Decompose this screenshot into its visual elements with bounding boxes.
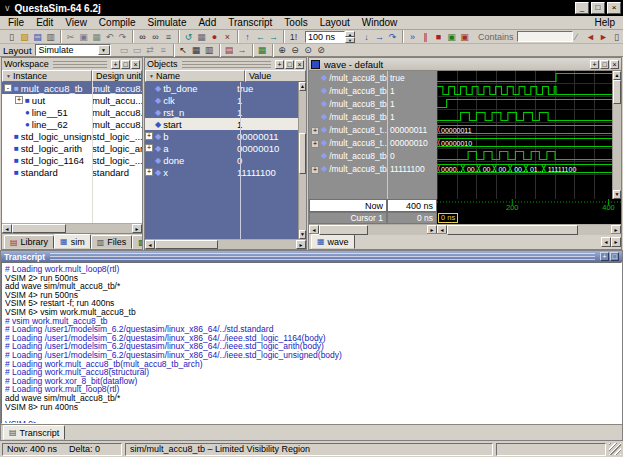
scroll-track[interactable] [12,224,132,233]
tree-expander-icon[interactable]: - [4,84,12,92]
zoom-range-icon[interactable]: ⊘ [315,44,328,56]
next-mismatch-icon[interactable]: ► [597,31,610,43]
wave-signal-name[interactable]: ◆/mult_accu8_tb... [309,149,387,162]
scroll-track[interactable] [319,225,427,235]
run-icon[interactable]: ↓ [360,31,373,43]
expand-panel-icon[interactable]: + [275,60,284,69]
break-icon[interactable]: ● [208,31,221,43]
find-in-files-icon[interactable]: ∞ [149,31,162,43]
objects-row[interactable]: ◆done0 [145,154,298,166]
wave-signal-names[interactable]: ◆/mult_accu8_tb...◆/mult_accu8_tb...◆/mu… [309,71,387,199]
menu-transcript[interactable]: Transcript [222,17,278,28]
wave-signal-name[interactable]: +◆/mult_accu8_t... [309,136,387,149]
scroll-thumb[interactable] [319,225,368,235]
close-panel-icon[interactable]: × [295,60,304,69]
run-length-input[interactable]: 100 ns [305,31,345,43]
undock-wave-icon[interactable]: ▭ [118,44,131,56]
objects-hscrollbar[interactable] [145,239,306,249]
swap-panes-icon[interactable]: ≡ [157,44,170,56]
close-button[interactable]: × [607,2,621,14]
back-icon[interactable]: ← [254,31,267,43]
undock-panel-icon[interactable]: □ [610,252,619,261]
scroll-up-icon[interactable] [299,82,306,91]
scroll-up-icon[interactable] [613,71,621,80]
restart-icon[interactable]: ↺ [182,31,195,43]
goto-active-icon[interactable]: → [236,44,249,56]
scroll-thumb[interactable] [447,225,578,235]
tab-library[interactable]: ▤Library [4,235,54,249]
tree-expander-icon[interactable]: + [145,144,153,152]
instance-tree[interactable]: -■mult_accu8_tbmult_accu8...+■uutmult_ac… [2,82,142,223]
tree-expander-icon[interactable]: + [311,164,321,174]
undock-panel-icon[interactable]: □ [600,60,609,69]
scroll-thumb[interactable] [155,240,218,249]
column-instance[interactable]: Instance [2,70,92,82]
panel-grip[interactable] [50,253,595,260]
stop-sim-icon[interactable]: × [221,31,234,43]
workspace-hscrollbar[interactable] [2,223,142,233]
scroll-right-icon[interactable] [132,224,142,233]
redo-icon[interactable]: ↷ [116,31,129,43]
wave-signal-name[interactable]: ◆/mult_accu8_tb... [309,97,387,110]
new-file-icon[interactable]: ▯ [5,31,18,43]
contains-input[interactable] [517,31,573,42]
workspace-row[interactable]: ■std_logic_unsignedstd_logic_... [2,130,142,142]
objects-list[interactable]: ◆tb_donetrue◆clk1◆rst_n1◆start1+◆b000000… [145,82,298,239]
panel-grip[interactable] [53,61,107,68]
menu-tools[interactable]: Tools [278,17,313,28]
tree-expander-icon[interactable]: + [145,168,153,176]
layout-select[interactable]: Simulate [35,44,111,56]
window-menu-icon[interactable] [4,3,11,13]
workspace-header[interactable]: Workspace +□× [2,58,142,70]
workspace-row[interactable]: ●line__51mult_accu8... [2,106,142,118]
scroll-left-icon[interactable] [2,224,12,233]
copy-icon[interactable]: ▣ [77,31,90,43]
workspace-row[interactable]: ■standardstandard [2,166,142,178]
scroll-track[interactable] [155,240,296,249]
cursor-label[interactable]: Cursor 1 [309,212,387,224]
spinner-down-icon[interactable] [345,37,355,43]
tab-scroll-left-icon[interactable] [601,237,611,247]
prev-mismatch-icon[interactable]: ◄ [584,31,597,43]
open-icon[interactable]: ▨ [18,31,31,43]
objects-row[interactable]: ◆start1 [145,118,298,130]
tab-scroll-right-icon[interactable] [611,237,621,247]
workspace-row[interactable]: ●line__62mult_accu8... [2,118,142,130]
tab-transcript[interactable]: ▤ Transcript [3,425,65,440]
column-name[interactable]: Name [145,70,245,82]
paste-icon[interactable]: ▦ [90,31,103,43]
scroll-track[interactable] [447,225,611,235]
scroll-thumb[interactable] [613,80,621,104]
new-source-icon[interactable]: ▯ [610,31,623,43]
objects-row[interactable]: +◆b00000011 [145,130,298,142]
step-into-icon[interactable]: → [373,31,386,43]
menu-layout[interactable]: Layout [314,17,356,28]
menu-add[interactable]: Add [192,17,222,28]
maximize-button[interactable]: □ [591,2,605,14]
wave-signal-name[interactable]: ◆/mult_accu8_tb... [309,71,387,84]
up-context-icon[interactable]: ↑ [241,31,254,43]
forward-icon[interactable]: → [267,31,280,43]
tab-wave[interactable]: ▦ wave [311,234,355,249]
expand-panel-icon[interactable]: + [600,252,609,261]
cut-icon[interactable]: ✂ [64,31,77,43]
tab-sim[interactable]: ▦sim [54,234,91,249]
menu-help[interactable]: Help [586,17,623,28]
waveform-area[interactable]: 00000011000000100000...00...00...00...00… [437,71,612,199]
objects-row[interactable]: ◆clk1 [145,94,298,106]
names-hscrollbar[interactable] [309,225,437,235]
dock-wave-icon[interactable]: ▭ [131,44,144,56]
close-panel-icon[interactable]: × [131,60,140,69]
workspace-row[interactable]: ■std_logic_1164std_logic_... [2,154,142,166]
objects-row[interactable]: +◆x11111100 [145,166,298,178]
memory-view-icon[interactable]: ▦ [256,44,269,56]
wave-vscrollbar[interactable] [612,71,621,199]
edit-columns-icon[interactable]: ▤ [223,44,236,56]
scroll-thumb[interactable] [12,224,66,233]
run-next-icon[interactable]: ▣ [458,31,471,43]
zoom-out-icon[interactable]: ⊖ [289,44,302,56]
workspace-row[interactable]: +■uutmult_accu... [2,94,142,106]
pane-grid-icon[interactable]: ▦ [190,44,203,56]
minimize-button[interactable]: _ [575,2,589,14]
stop-now-icon[interactable]: ■ [432,31,445,43]
